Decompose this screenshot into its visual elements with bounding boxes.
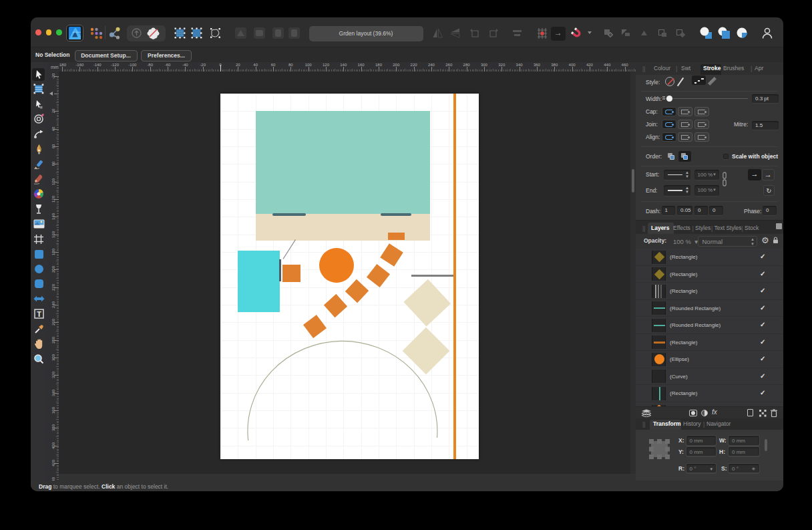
svg-text:T: T xyxy=(37,310,41,318)
